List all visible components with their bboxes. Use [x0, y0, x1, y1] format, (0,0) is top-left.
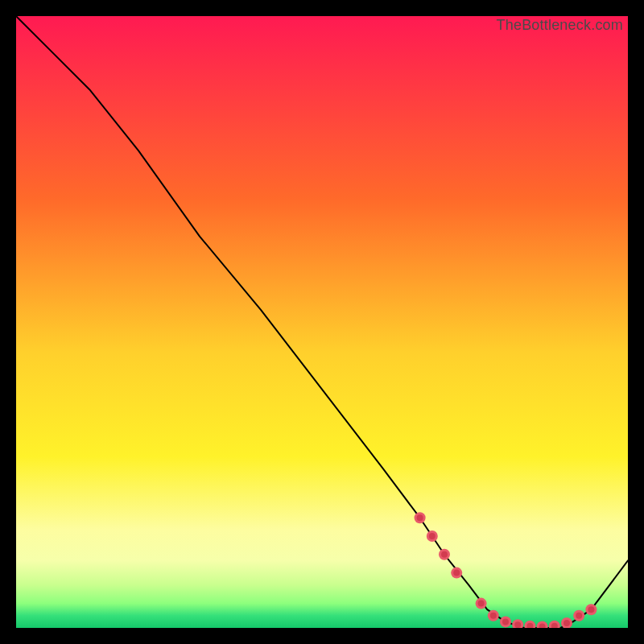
chart-frame: TheBottleneck.com [0, 0, 644, 644]
curve-marker-core [564, 620, 570, 626]
curve-marker-core [478, 601, 485, 607]
chart-plot-area: TheBottleneck.com [16, 16, 628, 628]
watermark-text: TheBottleneck.com [497, 18, 623, 32]
curve-marker-core [576, 613, 582, 619]
curve-marker-core [502, 618, 509, 625]
bottleneck-curve-line [16, 16, 628, 628]
curve-marker-core [429, 533, 436, 539]
curve-marker-core [441, 551, 448, 558]
bottleneck-curve-svg [16, 16, 628, 628]
curve-marker-core [514, 621, 521, 628]
curve-markers [415, 512, 597, 628]
curve-marker-core [588, 606, 594, 613]
curve-marker-core [453, 570, 460, 576]
curve-marker-core [417, 514, 423, 521]
curve-marker-core [490, 613, 497, 619]
